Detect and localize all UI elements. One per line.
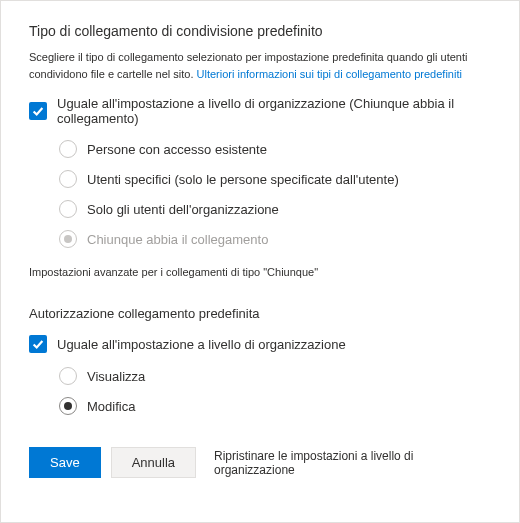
section-title-permission: Autorizzazione collegamento predefinita (29, 306, 491, 321)
radio-icon (59, 230, 77, 248)
radio-label: Modifica (87, 399, 135, 414)
cancel-button[interactable]: Annulla (111, 447, 196, 478)
radio-icon (59, 140, 77, 158)
checkbox-same-as-org-linktype[interactable]: Uguale all'impostazione a livello di org… (29, 96, 491, 126)
radio-group-permission: Visualizza Modifica (59, 367, 491, 415)
radio-icon (59, 170, 77, 188)
checkbox-icon (29, 335, 47, 353)
radio-icon (59, 367, 77, 385)
radio-label: Utenti specifici (solo le persone specif… (87, 172, 399, 187)
radio-label: Visualizza (87, 369, 145, 384)
radio-label: Persone con accesso esistente (87, 142, 267, 157)
radio-icon (59, 200, 77, 218)
save-button[interactable]: Save (29, 447, 101, 478)
checkbox-icon (29, 102, 47, 120)
checkbox-same-as-org-permission[interactable]: Uguale all'impostazione a livello di org… (29, 335, 491, 353)
checkbox-label: Uguale all'impostazione a livello di org… (57, 96, 491, 126)
radio-view[interactable]: Visualizza (59, 367, 491, 385)
footer-actions: Save Annulla Ripristinare le impostazion… (29, 447, 491, 478)
reset-org-settings-link[interactable]: Ripristinare le impostazioni a livello d… (214, 449, 491, 477)
radio-org-users[interactable]: Solo gli utenti dell'organizzazione (59, 200, 491, 218)
radio-group-link-type: Persone con accesso esistente Utenti spe… (59, 140, 491, 248)
radio-label: Solo gli utenti dell'organizzazione (87, 202, 279, 217)
radio-existing-access[interactable]: Persone con accesso esistente (59, 140, 491, 158)
radio-specific-users[interactable]: Utenti specifici (solo le persone specif… (59, 170, 491, 188)
learn-more-link[interactable]: Ulteriori informazioni sui tipi di colle… (197, 68, 462, 80)
section-description: Scegliere il tipo di collegamento selezi… (29, 49, 491, 82)
radio-edit[interactable]: Modifica (59, 397, 491, 415)
section-title-link-type: Tipo di collegamento di condivisione pre… (29, 23, 491, 39)
radio-icon (59, 397, 77, 415)
advanced-settings-link[interactable]: Impostazioni avanzate per i collegamenti… (29, 266, 491, 278)
radio-anyone[interactable]: Chiunque abbia il collegamento (59, 230, 491, 248)
radio-label: Chiunque abbia il collegamento (87, 232, 268, 247)
checkbox-label: Uguale all'impostazione a livello di org… (57, 337, 346, 352)
